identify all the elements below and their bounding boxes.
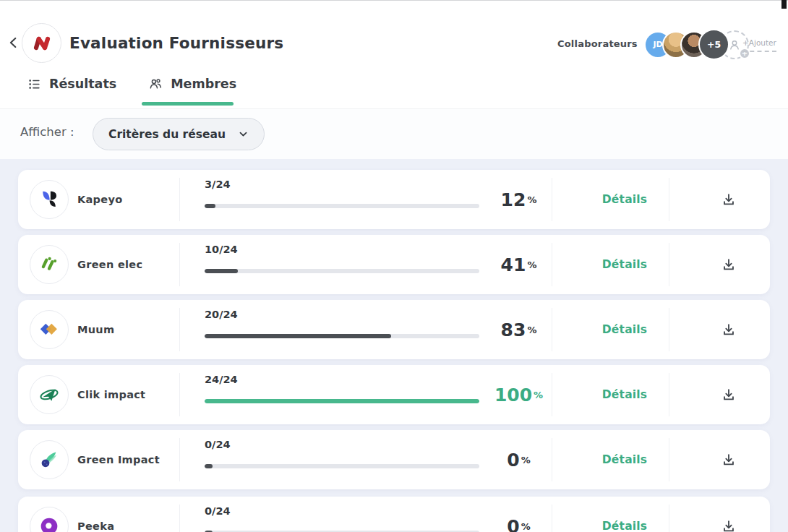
screen-corner-artifact: [781, 0, 787, 9]
download-button[interactable]: [694, 235, 763, 294]
details-link[interactable]: Détails: [568, 365, 682, 424]
progress-percent: 41 %: [481, 235, 557, 294]
clik-impact-logo-icon: [38, 383, 61, 406]
divider: [669, 308, 669, 351]
criteria-dropdown-value: Critères du réseau: [108, 128, 226, 141]
back-chevron-icon: [6, 35, 22, 51]
supplier-list: Kapeyo 3/24 12 % Détails Green elec: [0, 159, 788, 532]
divider: [669, 438, 669, 481]
download-icon: [721, 192, 737, 207]
supplier-logo: [30, 375, 69, 414]
criteria-dropdown[interactable]: Critères du réseau: [93, 118, 265, 150]
progress-block: 0/24: [205, 505, 479, 532]
download-icon: [721, 518, 737, 532]
progress-track: [205, 269, 479, 273]
progress-track: [205, 204, 479, 208]
progress-fill: [205, 204, 215, 208]
supplier-row: Kapeyo 3/24 12 % Détails: [18, 170, 770, 229]
details-link[interactable]: Détails: [568, 235, 682, 294]
progress-track: [205, 399, 479, 403]
download-button[interactable]: [694, 430, 763, 489]
progress-fill: [205, 464, 213, 468]
progress-fill: [205, 269, 238, 273]
progress-fill: [205, 399, 479, 403]
divider: [179, 308, 180, 351]
supplier-logo: [30, 440, 69, 479]
divider: [669, 243, 669, 286]
avatar-overflow-badge[interactable]: +5: [698, 29, 729, 60]
progress-block: 20/24: [205, 309, 479, 338]
supplier-row: Muum 20/24 83 % Détails: [18, 300, 770, 359]
tab-membres[interactable]: Membres: [148, 77, 236, 91]
green-elec-logo-icon: [38, 254, 60, 275]
supplier-logo: [30, 180, 69, 219]
tab-bar: Résultats Membres: [27, 77, 236, 91]
page-title: Evaluation Fournisseurs: [69, 34, 283, 52]
progress-percent: 100 %: [481, 365, 557, 424]
progress-block: 3/24: [205, 179, 479, 208]
filter-bar: Afficher : Critères du réseau: [0, 108, 788, 159]
collaborator-avatars[interactable]: JD +5 +: [644, 29, 749, 60]
download-icon: [721, 257, 737, 273]
brand-n-icon: [30, 32, 53, 55]
progress-fraction: 10/24: [205, 244, 479, 255]
supplier-name: Green elec: [77, 235, 142, 294]
supplier-logo: [30, 245, 69, 284]
supplier-name: Peeka: [77, 497, 114, 532]
divider: [179, 373, 180, 416]
download-button[interactable]: [694, 170, 763, 229]
divider: [179, 505, 180, 532]
progress-block: 24/24: [205, 374, 479, 403]
divider: [552, 373, 552, 416]
peeka-logo-icon: [38, 515, 61, 532]
divider: [669, 373, 669, 416]
details-link[interactable]: Détails: [568, 497, 682, 532]
active-tab-indicator: [142, 102, 234, 106]
supplier-evaluation-page: Evaluation Fournisseurs Collaborateurs J…: [0, 0, 788, 532]
details-link[interactable]: Détails: [568, 170, 682, 229]
progress-track: [205, 334, 479, 338]
list-icon: [27, 77, 41, 91]
download-button[interactable]: [694, 497, 763, 532]
supplier-row: Clik impact 24/24 100 % Détails: [18, 365, 770, 424]
progress-fraction: 20/24: [205, 309, 479, 320]
kapeyo-logo-icon: [38, 189, 60, 210]
supplier-row: Green elec 10/24 41 % Détails: [18, 235, 770, 294]
supplier-logo: [30, 310, 69, 349]
divider: [179, 438, 180, 481]
muum-logo-icon: [38, 318, 61, 341]
details-link[interactable]: Détails: [568, 300, 682, 359]
green-impact-logo-icon: [38, 449, 60, 471]
progress-percent: 0 %: [481, 497, 557, 532]
divider: [552, 438, 552, 481]
progress-block: 0/24: [205, 439, 479, 468]
download-button[interactable]: [694, 300, 763, 359]
progress-block: 10/24: [205, 244, 479, 273]
progress-fraction: 0/24: [205, 505, 479, 517]
back-button[interactable]: [6, 35, 23, 52]
divider: [552, 505, 552, 532]
divider: [669, 505, 669, 532]
supplier-name: Clik impact: [77, 365, 145, 424]
download-button[interactable]: [694, 365, 763, 424]
chevron-down-icon: [238, 129, 249, 140]
progress-percent: 0 %: [481, 430, 557, 489]
add-collaborator-link[interactable]: +Ajouter: [742, 38, 776, 52]
details-link[interactable]: Détails: [568, 430, 682, 489]
progress-fraction: 24/24: [205, 374, 479, 385]
divider: [552, 308, 552, 351]
supplier-name: Green Impact: [77, 430, 160, 489]
supplier-name: Muum: [77, 300, 114, 359]
filter-label: Afficher :: [20, 125, 74, 139]
divider: [179, 178, 180, 221]
supplier-name: Kapeyo: [77, 170, 122, 229]
tab-membres-label: Membres: [171, 77, 236, 91]
supplier-row: Peeka 0/24 0 % Détails: [18, 497, 770, 532]
divider: [669, 178, 669, 221]
divider: [552, 243, 552, 286]
download-icon: [721, 387, 737, 403]
tab-resultats[interactable]: Résultats: [27, 77, 116, 91]
divider: [552, 178, 552, 221]
download-icon: [721, 452, 737, 468]
progress-fraction: 0/24: [205, 439, 479, 450]
